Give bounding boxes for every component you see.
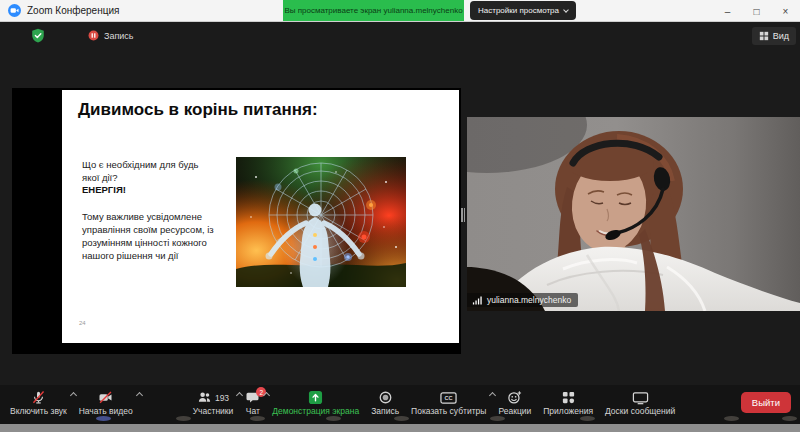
- recording-indicator[interactable]: Запись: [88, 30, 134, 41]
- slide-title: Дивимось в корінь питання:: [78, 100, 318, 120]
- presentation-slide: Дивимось в корінь питання: Що є необхідн…: [62, 90, 459, 343]
- view-settings-label: Настройки просмотра: [478, 6, 559, 15]
- taskbar-icon-glow: [250, 416, 265, 421]
- record-button[interactable]: Запись: [365, 388, 405, 418]
- view-label: Вид: [773, 31, 789, 41]
- taskbar-icon-glow: [96, 416, 111, 421]
- maximize-button[interactable]: □: [742, 0, 771, 22]
- chevron-down-icon: [563, 7, 569, 13]
- share-screen-label: Демонстрация экрана: [272, 406, 359, 416]
- grid-view-icon: [759, 31, 769, 41]
- recording-icon: [88, 30, 99, 41]
- microphone-muted-icon: [31, 390, 46, 405]
- cosmic-energy-figure-image: [236, 157, 406, 287]
- window-controls: – □ ×: [713, 0, 800, 22]
- whiteboard-icon: [632, 391, 649, 405]
- chat-button[interactable]: 2 Чат: [239, 388, 266, 418]
- reactions-label: Реакции: [498, 406, 531, 416]
- title-bar: Zoom Конференция Вы просматриваете экран…: [0, 0, 800, 22]
- taskbar-icon-glow: [724, 416, 739, 421]
- start-video-label: Начать видео: [79, 406, 133, 416]
- record-label: Запись: [371, 406, 399, 416]
- record-icon: [378, 390, 393, 405]
- mute-button[interactable]: Включить звук: [4, 388, 73, 418]
- captions-label: Показать субтитры: [411, 406, 486, 416]
- minimize-button[interactable]: –: [713, 0, 742, 22]
- camera-off-icon: [98, 390, 113, 405]
- video-options-chevron-icon[interactable]: [136, 392, 143, 399]
- webcam-portrait: [467, 117, 800, 311]
- participant-video: yulianna.melnychenko: [467, 117, 800, 311]
- slide-question-text: Що є необхідним для будь якої дії?: [82, 158, 198, 184]
- reactions-smiley-icon: [507, 390, 522, 405]
- participant-name-tag: yulianna.melnychenko: [467, 293, 578, 307]
- meeting-info-bar: Запись Вид: [0, 22, 800, 50]
- zoom-app-icon: [8, 4, 21, 17]
- mic-level-icon: [472, 296, 483, 305]
- taskbar-icon-glow: [326, 416, 341, 421]
- participants-icon: [197, 390, 212, 405]
- slide-page-number: 24: [79, 320, 86, 326]
- chat-label: Чат: [246, 406, 260, 416]
- security-shield-icon[interactable]: [31, 28, 45, 47]
- close-button[interactable]: ×: [771, 0, 800, 22]
- taskbar-icon-glow: [394, 416, 409, 421]
- share-screen-icon: [308, 390, 323, 405]
- mute-label: Включить звук: [10, 406, 67, 416]
- whiteboards-button[interactable]: Доски сообщений: [599, 388, 681, 418]
- screen-share-banner: Вы просматриваете экран yulianna.melnych…: [283, 0, 464, 21]
- recording-label: Запись: [104, 31, 134, 41]
- leave-button[interactable]: Выйти: [741, 392, 791, 413]
- taskbar-icon-glow: [490, 416, 505, 421]
- taskbar-icon-glow: [176, 416, 191, 421]
- captions-button[interactable]: CC Показать субтитры: [405, 388, 492, 418]
- apps-label: Приложения: [543, 406, 593, 416]
- slide-emphasis-text: ЕНЕРГІЯ!: [82, 184, 126, 195]
- svg-text:CC: CC: [445, 395, 453, 401]
- participants-button[interactable]: 193 Участники: [187, 388, 240, 418]
- desktop-edge-strip: [0, 424, 800, 432]
- taskbar-icon-glow: [782, 416, 797, 421]
- participant-name: yulianna.melnychenko: [487, 295, 571, 305]
- panel-resize-handle[interactable]: [461, 207, 465, 223]
- reactions-button[interactable]: Реакции: [492, 388, 537, 418]
- view-button[interactable]: Вид: [752, 27, 796, 45]
- participants-count: 193: [215, 393, 229, 403]
- window-title: Zoom Конференция: [27, 5, 119, 16]
- participants-label: Участники: [193, 406, 234, 416]
- start-video-button[interactable]: Начать видео: [73, 388, 139, 418]
- closed-captions-icon: CC: [440, 391, 457, 405]
- view-settings-dropdown[interactable]: Настройки просмотра: [470, 1, 576, 20]
- shared-screen-area: Дивимось в корінь питання: Що є необхідн…: [12, 88, 461, 354]
- whiteboards-label: Доски сообщений: [605, 406, 675, 416]
- share-screen-button[interactable]: Демонстрация экрана: [266, 388, 365, 418]
- apps-grid-icon: [561, 390, 576, 405]
- taskbar-icon-glow: [580, 416, 595, 421]
- zoom-window: Zoom Конференция Вы просматриваете экран…: [0, 0, 800, 432]
- slide-body-text: Тому важливе усвідомлене управління свої…: [82, 210, 214, 262]
- apps-button[interactable]: Приложения: [537, 388, 599, 418]
